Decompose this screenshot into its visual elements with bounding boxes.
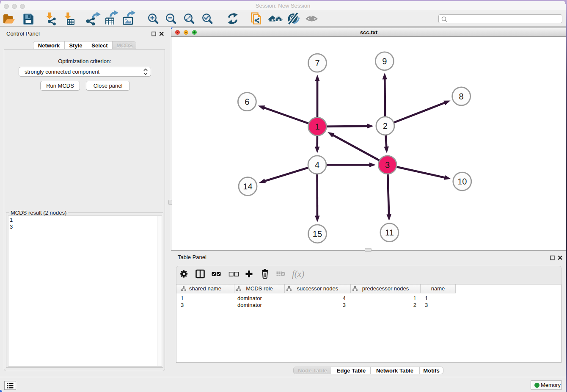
svg-text:1: 1 (315, 122, 319, 131)
svg-text:3: 3 (385, 160, 390, 169)
svg-text:15: 15 (313, 229, 322, 238)
svg-text:11: 11 (385, 228, 394, 237)
svg-text:7: 7 (315, 58, 319, 68)
svg-text:9: 9 (382, 56, 387, 66)
svg-text:14: 14 (243, 182, 252, 191)
svg-text:10: 10 (457, 177, 467, 186)
svg-text:f(x): f(x) (292, 269, 304, 279)
svg-text:8: 8 (459, 91, 464, 101)
svg-text:4: 4 (315, 160, 319, 169)
svg-text:6: 6 (245, 97, 249, 106)
svg-text:2: 2 (383, 121, 388, 130)
